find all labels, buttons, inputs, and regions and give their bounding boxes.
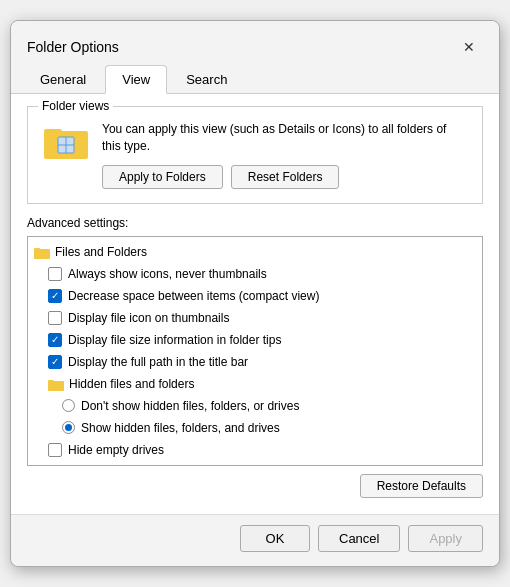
list-item[interactable]: Show hidden files, folders, and drives [28,417,482,439]
list-item-label: Decrease space between items (compact vi… [68,287,319,305]
list-item-label: Show hidden files, folders, and drives [81,419,280,437]
list-item[interactable]: Hide empty drives [28,439,482,461]
title-bar: Folder Options ✕ [11,21,499,61]
reset-folders-button[interactable]: Reset Folders [231,165,340,189]
radio-control[interactable] [62,421,75,434]
folder-views-desc: You can apply this view (such as Details… [102,121,468,155]
close-button[interactable]: ✕ [455,33,483,61]
list-item-label: Hide empty drives [68,441,164,459]
list-item-label: Hide extensions for known file types [68,463,259,466]
restore-defaults-row: Restore Defaults [27,466,483,502]
list-item-label: Files and Folders [55,243,147,261]
list-item-label: Display file size information in folder … [68,331,281,349]
list-item[interactable]: Hide extensions for known file types [28,461,482,466]
settings-list[interactable]: Files and FoldersAlways show icons, neve… [27,236,483,466]
svg-rect-1 [44,129,62,135]
list-item[interactable]: Display file icon on thumbnails [28,307,482,329]
tab-view[interactable]: View [105,65,167,94]
list-item-label: Display file icon on thumbnails [68,309,229,327]
list-item-label: Don't show hidden files, folders, or dri… [81,397,299,415]
folder-small-icon [34,243,55,261]
footer-buttons: OK Cancel Apply [11,514,499,566]
ok-button[interactable]: OK [240,525,310,552]
dialog-title: Folder Options [27,39,119,55]
checkbox-control[interactable] [48,443,62,457]
list-item-label: Hidden files and folders [69,375,194,393]
list-item[interactable]: Hidden files and folders [28,373,482,395]
tab-bar: General View Search [11,65,499,94]
checkbox-control[interactable]: ✓ [48,289,62,303]
tab-content: Folder views [11,94,499,514]
folder-views-label: Folder views [38,99,113,113]
list-item-label: Display the full path in the title bar [68,353,248,371]
list-item-label: Always show icons, never thumbnails [68,265,267,283]
apply-to-folders-button[interactable]: Apply to Folders [102,165,223,189]
list-item[interactable]: Always show icons, never thumbnails [28,263,482,285]
folder-views-inner: You can apply this view (such as Details… [42,121,468,189]
folder-views-buttons: Apply to Folders Reset Folders [102,165,468,189]
checkbox-control[interactable]: ✓ [48,355,62,369]
list-item[interactable]: Don't show hidden files, folders, or dri… [28,395,482,417]
cancel-button[interactable]: Cancel [318,525,400,552]
folder-icon-svg [42,121,90,161]
radio-control[interactable] [62,399,75,412]
tab-search[interactable]: Search [169,65,244,93]
folder-options-dialog: Folder Options ✕ General View Search Fol… [10,20,500,567]
apply-button[interactable]: Apply [408,525,483,552]
advanced-settings-label: Advanced settings: [27,216,483,230]
folder-views-right: You can apply this view (such as Details… [102,121,468,189]
list-item[interactable]: ✓Display the full path in the title bar [28,351,482,373]
folder-icon-container [42,121,90,161]
list-item[interactable]: Files and Folders [28,241,482,263]
folder-views-section: Folder views [27,106,483,204]
checkbox-control[interactable] [48,465,62,466]
svg-rect-6 [34,248,40,251]
svg-rect-8 [48,380,54,383]
tab-general[interactable]: General [23,65,103,93]
list-item[interactable]: ✓Display file size information in folder… [28,329,482,351]
checkbox-control[interactable]: ✓ [48,333,62,347]
checkbox-control[interactable] [48,311,62,325]
checkbox-control[interactable] [48,267,62,281]
folder-small-icon [48,375,69,393]
restore-defaults-button[interactable]: Restore Defaults [360,474,483,498]
list-item[interactable]: ✓Decrease space between items (compact v… [28,285,482,307]
